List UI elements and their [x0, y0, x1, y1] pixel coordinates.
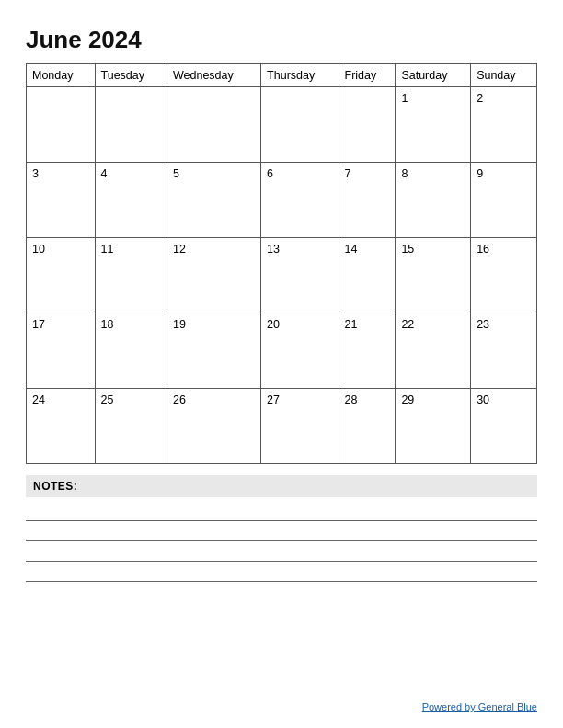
- day-number: 18: [101, 318, 114, 331]
- day-cell: 30: [471, 389, 537, 464]
- day-number: 10: [32, 243, 45, 256]
- day-cell: 17: [27, 313, 96, 389]
- day-cell: [261, 87, 339, 163]
- day-number: 26: [173, 393, 186, 406]
- day-cell: 3: [27, 163, 96, 238]
- day-cell: 26: [167, 389, 260, 464]
- day-cell: 25: [95, 389, 167, 464]
- calendar-page: June 2024 MondayTuesdayWednesdayThursday…: [0, 0, 563, 728]
- day-number: 6: [267, 167, 273, 180]
- day-number: 15: [401, 243, 414, 256]
- day-number: 27: [267, 393, 280, 406]
- day-cell: 9: [471, 163, 537, 238]
- notes-line: [26, 521, 537, 541]
- day-number: 1: [401, 92, 408, 105]
- calendar-title: June 2024: [26, 26, 537, 54]
- day-number: 28: [345, 393, 358, 406]
- day-number: 2: [477, 92, 483, 105]
- notes-lines: [26, 501, 537, 582]
- week-row-1: 12: [27, 87, 537, 163]
- day-cell: 21: [339, 313, 396, 389]
- footer: Powered by General Blue: [26, 694, 537, 713]
- day-number: 13: [267, 243, 280, 256]
- day-cell: 14: [339, 238, 396, 313]
- day-number: 20: [267, 318, 280, 331]
- day-cell: 2: [471, 87, 537, 163]
- day-number: 30: [477, 393, 489, 406]
- notes-line: [26, 541, 537, 562]
- day-cell: 1: [396, 87, 471, 163]
- day-number: 25: [101, 393, 114, 406]
- day-number: 29: [401, 393, 414, 406]
- notes-section: NOTES:: [26, 475, 537, 582]
- day-cell: 20: [261, 313, 339, 389]
- day-cell: 10: [27, 238, 96, 313]
- day-number: 22: [401, 318, 414, 331]
- day-cell: 8: [396, 163, 471, 238]
- day-cell: 7: [339, 163, 396, 238]
- header-cell-sunday: Sunday: [471, 64, 537, 87]
- day-number: 7: [345, 167, 351, 180]
- header-cell-thursday: Thursday: [261, 64, 339, 87]
- day-number: 21: [345, 318, 358, 331]
- day-cell: 24: [27, 389, 96, 464]
- day-number: 12: [173, 243, 186, 256]
- day-cell: 6: [261, 163, 339, 238]
- day-number: 11: [101, 243, 114, 256]
- day-cell: [167, 87, 260, 163]
- day-cell: 27: [261, 389, 339, 464]
- day-number: 17: [32, 318, 45, 331]
- day-number: 4: [101, 167, 108, 180]
- header-cell-tuesday: Tuesday: [95, 64, 167, 87]
- day-number: 5: [173, 167, 179, 180]
- day-number: 3: [32, 167, 39, 180]
- day-number: 9: [477, 167, 483, 180]
- day-cell: 28: [339, 389, 396, 464]
- day-cell: 13: [261, 238, 339, 313]
- day-cell: 4: [95, 163, 167, 238]
- day-cell: 11: [95, 238, 167, 313]
- week-row-3: 10111213141516: [27, 238, 537, 313]
- day-number: 23: [477, 318, 489, 331]
- day-number: 24: [32, 393, 45, 406]
- notes-label: NOTES:: [26, 475, 537, 497]
- day-cell: 22: [396, 313, 471, 389]
- powered-by-link[interactable]: Powered by General Blue: [422, 701, 537, 712]
- day-number: 16: [477, 243, 489, 256]
- header-cell-saturday: Saturday: [396, 64, 471, 87]
- day-cell: [95, 87, 167, 163]
- day-cell: [27, 87, 96, 163]
- calendar-table: MondayTuesdayWednesdayThursdayFridaySatu…: [26, 63, 537, 464]
- day-number: 19: [173, 318, 186, 331]
- day-cell: 16: [471, 238, 537, 313]
- week-row-4: 17181920212223: [27, 313, 537, 389]
- week-row-2: 3456789: [27, 163, 537, 238]
- day-cell: 5: [167, 163, 260, 238]
- day-number: 8: [401, 167, 408, 180]
- day-cell: 19: [167, 313, 260, 389]
- header-cell-wednesday: Wednesday: [167, 64, 260, 87]
- day-cell: 12: [167, 238, 260, 313]
- day-cell: [339, 87, 396, 163]
- notes-line: [26, 501, 537, 521]
- header-row: MondayTuesdayWednesdayThursdayFridaySatu…: [27, 64, 537, 87]
- header-cell-friday: Friday: [339, 64, 396, 87]
- week-row-5: 24252627282930: [27, 389, 537, 464]
- header-cell-monday: Monday: [27, 64, 96, 87]
- day-number: 14: [345, 243, 358, 256]
- day-cell: 29: [396, 389, 471, 464]
- day-cell: 18: [95, 313, 167, 389]
- day-cell: 15: [396, 238, 471, 313]
- notes-line: [26, 562, 537, 582]
- day-cell: 23: [471, 313, 537, 389]
